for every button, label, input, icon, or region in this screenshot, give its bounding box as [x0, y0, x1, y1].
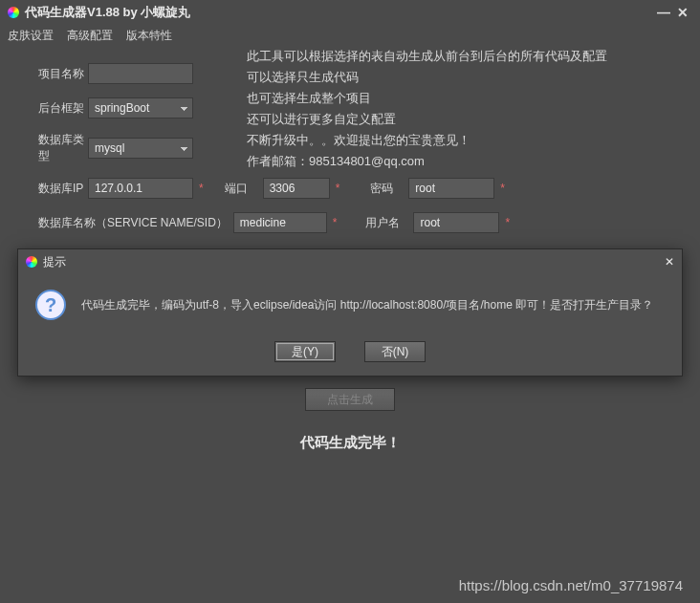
close-button[interactable]: ✕: [673, 3, 692, 22]
label-username: 用户名: [365, 215, 413, 231]
status-text: 代码生成完毕！: [10, 434, 690, 452]
window-title: 代码生成器V1.88 by 小螺旋丸: [25, 4, 190, 21]
dbip-input[interactable]: [88, 178, 193, 199]
dialog-titlebar: 提示 ✕: [18, 249, 682, 274]
question-icon: ?: [35, 290, 66, 320]
dialog-title: 提示: [43, 254, 66, 270]
dialog-yes-button[interactable]: 是(Y): [274, 341, 336, 362]
menu-advanced[interactable]: 高级配置: [67, 28, 113, 44]
dbtype-select[interactable]: mysql: [88, 138, 193, 159]
minimize-button[interactable]: —: [654, 3, 673, 22]
titlebar: 代码生成器V1.88 by 小螺旋丸 — ✕: [0, 0, 700, 25]
watermark: https://blog.csdn.net/m0_37719874: [459, 577, 683, 593]
menu-version[interactable]: 版本特性: [126, 28, 172, 44]
port-input[interactable]: [263, 178, 330, 199]
menu-skin[interactable]: 皮肤设置: [8, 28, 54, 44]
desc-line: 也可选择生成整个项目: [247, 88, 607, 109]
desc-line: 可以选择只生成代码: [247, 67, 607, 88]
desc-line: 还可以进行更多自定义配置: [247, 109, 607, 130]
label-backend: 后台框架: [10, 100, 88, 117]
dialog-message: 代码生成完毕，编码为utf-8，导入eclipse/idea访问 http://…: [81, 297, 653, 313]
project-name-input[interactable]: [88, 63, 193, 84]
dialog-no-button[interactable]: 否(N): [364, 341, 426, 362]
desc-line: 不断升级中。。欢迎提出您的宝贵意见！: [247, 130, 607, 151]
dialog-logo-icon: [26, 256, 37, 268]
required-star: *: [336, 182, 340, 195]
menubar: 皮肤设置 高级配置 版本特性: [0, 25, 700, 46]
required-star: *: [333, 216, 338, 229]
required-star: *: [199, 182, 204, 195]
required-star: *: [500, 182, 505, 195]
required-star: *: [505, 216, 510, 229]
password-input[interactable]: [408, 178, 494, 199]
app-logo-icon: [8, 7, 19, 18]
label-dbip: 数据库IP: [10, 181, 88, 197]
label-port: 端口: [225, 181, 263, 197]
desc-line: 此工具可以根据选择的表自动生成从前台到后台的所有代码及配置: [247, 46, 607, 67]
dialog-close-button[interactable]: ✕: [665, 255, 674, 269]
dialog: 提示 ✕ ? 代码生成完毕，编码为utf-8，导入eclipse/idea访问 …: [17, 248, 683, 377]
label-password: 密码: [370, 181, 408, 197]
dbname-input[interactable]: [233, 212, 327, 233]
generate-button[interactable]: 点击生成: [305, 388, 395, 411]
backend-select[interactable]: springBoot: [88, 97, 193, 118]
label-project-name: 项目名称: [10, 66, 88, 82]
desc-line: 作者邮箱：985134801@qq.com: [247, 151, 607, 172]
label-dbtype: 数据库类型: [10, 132, 88, 164]
description-block: 此工具可以根据选择的表自动生成从前台到后台的所有代码及配置 可以选择只生成代码 …: [247, 46, 607, 172]
label-dbname: 数据库名称（SERVICE NAME/SID）: [38, 215, 228, 231]
username-input[interactable]: [413, 212, 499, 233]
